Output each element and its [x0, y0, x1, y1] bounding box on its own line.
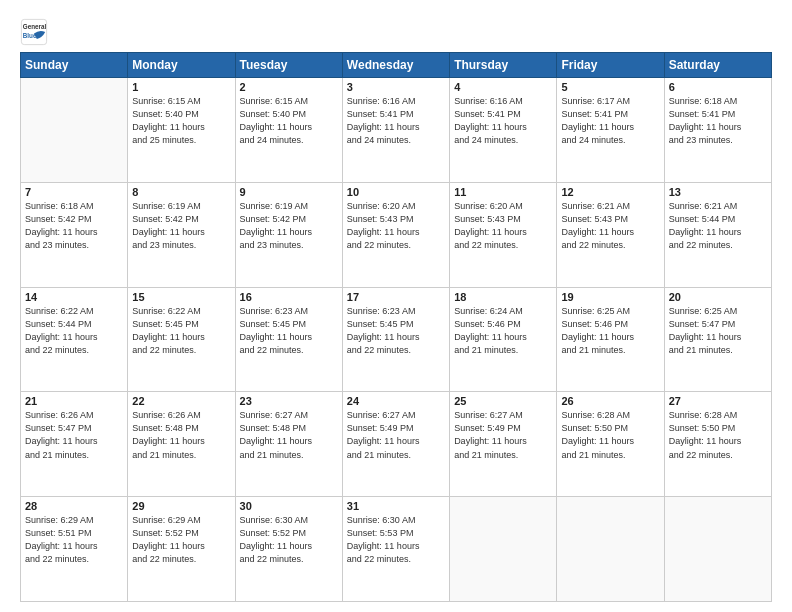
svg-text:Blue: Blue — [23, 32, 37, 39]
calendar-cell — [450, 497, 557, 602]
day-number: 25 — [454, 395, 552, 407]
day-number: 23 — [240, 395, 338, 407]
calendar-cell: 7Sunrise: 6:18 AM Sunset: 5:42 PM Daylig… — [21, 182, 128, 287]
calendar-cell: 5Sunrise: 6:17 AM Sunset: 5:41 PM Daylig… — [557, 78, 664, 183]
day-number: 13 — [669, 186, 767, 198]
day-info: Sunrise: 6:26 AM Sunset: 5:47 PM Dayligh… — [25, 409, 123, 461]
day-info: Sunrise: 6:19 AM Sunset: 5:42 PM Dayligh… — [240, 200, 338, 252]
calendar-week-row: 7Sunrise: 6:18 AM Sunset: 5:42 PM Daylig… — [21, 182, 772, 287]
calendar-cell: 27Sunrise: 6:28 AM Sunset: 5:50 PM Dayli… — [664, 392, 771, 497]
day-info: Sunrise: 6:24 AM Sunset: 5:46 PM Dayligh… — [454, 305, 552, 357]
day-info: Sunrise: 6:28 AM Sunset: 5:50 PM Dayligh… — [561, 409, 659, 461]
day-info: Sunrise: 6:29 AM Sunset: 5:51 PM Dayligh… — [25, 514, 123, 566]
day-info: Sunrise: 6:28 AM Sunset: 5:50 PM Dayligh… — [669, 409, 767, 461]
day-info: Sunrise: 6:16 AM Sunset: 5:41 PM Dayligh… — [454, 95, 552, 147]
day-number: 20 — [669, 291, 767, 303]
calendar-cell: 9Sunrise: 6:19 AM Sunset: 5:42 PM Daylig… — [235, 182, 342, 287]
calendar-cell: 31Sunrise: 6:30 AM Sunset: 5:53 PM Dayli… — [342, 497, 449, 602]
calendar-cell: 17Sunrise: 6:23 AM Sunset: 5:45 PM Dayli… — [342, 287, 449, 392]
day-info: Sunrise: 6:27 AM Sunset: 5:48 PM Dayligh… — [240, 409, 338, 461]
weekday-header-wednesday: Wednesday — [342, 53, 449, 78]
day-info: Sunrise: 6:27 AM Sunset: 5:49 PM Dayligh… — [454, 409, 552, 461]
calendar-cell: 18Sunrise: 6:24 AM Sunset: 5:46 PM Dayli… — [450, 287, 557, 392]
day-number: 26 — [561, 395, 659, 407]
day-number: 27 — [669, 395, 767, 407]
calendar-week-row: 1Sunrise: 6:15 AM Sunset: 5:40 PM Daylig… — [21, 78, 772, 183]
calendar-cell: 28Sunrise: 6:29 AM Sunset: 5:51 PM Dayli… — [21, 497, 128, 602]
weekday-header-row: SundayMondayTuesdayWednesdayThursdayFrid… — [21, 53, 772, 78]
svg-text:General: General — [23, 23, 47, 30]
calendar-cell: 20Sunrise: 6:25 AM Sunset: 5:47 PM Dayli… — [664, 287, 771, 392]
page: General Blue SundayMondayTuesdayWednesda… — [0, 0, 792, 612]
calendar-week-row: 21Sunrise: 6:26 AM Sunset: 5:47 PM Dayli… — [21, 392, 772, 497]
weekday-header-saturday: Saturday — [664, 53, 771, 78]
calendar-cell: 24Sunrise: 6:27 AM Sunset: 5:49 PM Dayli… — [342, 392, 449, 497]
calendar-table: SundayMondayTuesdayWednesdayThursdayFrid… — [20, 52, 772, 602]
day-number: 8 — [132, 186, 230, 198]
day-info: Sunrise: 6:21 AM Sunset: 5:44 PM Dayligh… — [669, 200, 767, 252]
calendar-cell — [557, 497, 664, 602]
day-number: 2 — [240, 81, 338, 93]
day-info: Sunrise: 6:27 AM Sunset: 5:49 PM Dayligh… — [347, 409, 445, 461]
day-info: Sunrise: 6:23 AM Sunset: 5:45 PM Dayligh… — [347, 305, 445, 357]
day-number: 21 — [25, 395, 123, 407]
calendar-cell: 4Sunrise: 6:16 AM Sunset: 5:41 PM Daylig… — [450, 78, 557, 183]
day-number: 18 — [454, 291, 552, 303]
calendar-cell: 25Sunrise: 6:27 AM Sunset: 5:49 PM Dayli… — [450, 392, 557, 497]
calendar-cell: 22Sunrise: 6:26 AM Sunset: 5:48 PM Dayli… — [128, 392, 235, 497]
calendar-cell: 6Sunrise: 6:18 AM Sunset: 5:41 PM Daylig… — [664, 78, 771, 183]
day-info: Sunrise: 6:15 AM Sunset: 5:40 PM Dayligh… — [240, 95, 338, 147]
header: General Blue — [20, 18, 772, 46]
day-number: 17 — [347, 291, 445, 303]
day-info: Sunrise: 6:30 AM Sunset: 5:53 PM Dayligh… — [347, 514, 445, 566]
calendar-cell: 13Sunrise: 6:21 AM Sunset: 5:44 PM Dayli… — [664, 182, 771, 287]
day-number: 28 — [25, 500, 123, 512]
calendar-cell: 11Sunrise: 6:20 AM Sunset: 5:43 PM Dayli… — [450, 182, 557, 287]
day-number: 1 — [132, 81, 230, 93]
day-number: 30 — [240, 500, 338, 512]
calendar-cell: 26Sunrise: 6:28 AM Sunset: 5:50 PM Dayli… — [557, 392, 664, 497]
day-info: Sunrise: 6:21 AM Sunset: 5:43 PM Dayligh… — [561, 200, 659, 252]
day-info: Sunrise: 6:22 AM Sunset: 5:45 PM Dayligh… — [132, 305, 230, 357]
day-info: Sunrise: 6:17 AM Sunset: 5:41 PM Dayligh… — [561, 95, 659, 147]
logo-icon: General Blue — [20, 18, 48, 46]
calendar-cell: 29Sunrise: 6:29 AM Sunset: 5:52 PM Dayli… — [128, 497, 235, 602]
day-number: 4 — [454, 81, 552, 93]
day-number: 9 — [240, 186, 338, 198]
calendar-cell: 16Sunrise: 6:23 AM Sunset: 5:45 PM Dayli… — [235, 287, 342, 392]
weekday-header-friday: Friday — [557, 53, 664, 78]
day-info: Sunrise: 6:16 AM Sunset: 5:41 PM Dayligh… — [347, 95, 445, 147]
day-info: Sunrise: 6:25 AM Sunset: 5:47 PM Dayligh… — [669, 305, 767, 357]
day-number: 14 — [25, 291, 123, 303]
calendar-cell: 19Sunrise: 6:25 AM Sunset: 5:46 PM Dayli… — [557, 287, 664, 392]
day-number: 6 — [669, 81, 767, 93]
calendar-cell: 30Sunrise: 6:30 AM Sunset: 5:52 PM Dayli… — [235, 497, 342, 602]
calendar-cell — [21, 78, 128, 183]
calendar-cell: 12Sunrise: 6:21 AM Sunset: 5:43 PM Dayli… — [557, 182, 664, 287]
calendar-cell: 23Sunrise: 6:27 AM Sunset: 5:48 PM Dayli… — [235, 392, 342, 497]
day-number: 29 — [132, 500, 230, 512]
calendar-week-row: 28Sunrise: 6:29 AM Sunset: 5:51 PM Dayli… — [21, 497, 772, 602]
day-number: 19 — [561, 291, 659, 303]
day-number: 24 — [347, 395, 445, 407]
weekday-header-thursday: Thursday — [450, 53, 557, 78]
day-number: 15 — [132, 291, 230, 303]
day-info: Sunrise: 6:30 AM Sunset: 5:52 PM Dayligh… — [240, 514, 338, 566]
day-number: 12 — [561, 186, 659, 198]
calendar-cell: 8Sunrise: 6:19 AM Sunset: 5:42 PM Daylig… — [128, 182, 235, 287]
calendar-cell: 1Sunrise: 6:15 AM Sunset: 5:40 PM Daylig… — [128, 78, 235, 183]
day-number: 10 — [347, 186, 445, 198]
day-info: Sunrise: 6:15 AM Sunset: 5:40 PM Dayligh… — [132, 95, 230, 147]
calendar-cell: 15Sunrise: 6:22 AM Sunset: 5:45 PM Dayli… — [128, 287, 235, 392]
day-info: Sunrise: 6:26 AM Sunset: 5:48 PM Dayligh… — [132, 409, 230, 461]
day-info: Sunrise: 6:22 AM Sunset: 5:44 PM Dayligh… — [25, 305, 123, 357]
day-number: 16 — [240, 291, 338, 303]
calendar-cell: 3Sunrise: 6:16 AM Sunset: 5:41 PM Daylig… — [342, 78, 449, 183]
weekday-header-tuesday: Tuesday — [235, 53, 342, 78]
day-number: 7 — [25, 186, 123, 198]
weekday-header-monday: Monday — [128, 53, 235, 78]
day-info: Sunrise: 6:20 AM Sunset: 5:43 PM Dayligh… — [454, 200, 552, 252]
calendar-cell: 10Sunrise: 6:20 AM Sunset: 5:43 PM Dayli… — [342, 182, 449, 287]
day-info: Sunrise: 6:29 AM Sunset: 5:52 PM Dayligh… — [132, 514, 230, 566]
day-number: 31 — [347, 500, 445, 512]
